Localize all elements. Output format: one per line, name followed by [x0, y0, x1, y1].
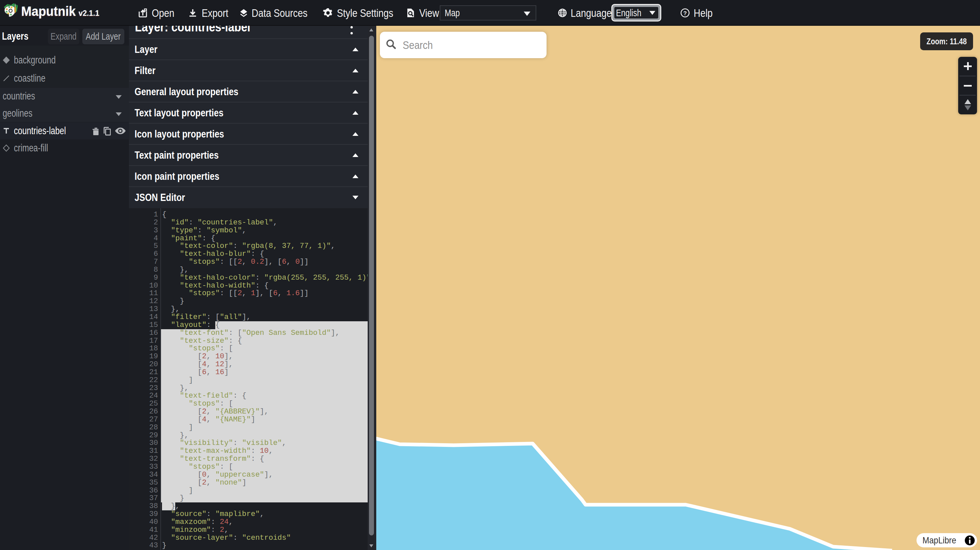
svg-text:?: ? — [683, 10, 687, 16]
